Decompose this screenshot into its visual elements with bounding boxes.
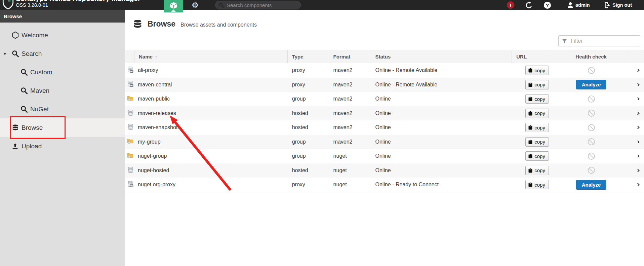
table-row[interactable]: my-group group maven2 Online copy — [125, 135, 644, 149]
sidebar-item-welcome[interactable]: ▼ Welcome — [0, 26, 125, 44]
copy-url-button[interactable]: copy — [525, 123, 549, 132]
main-content: Browse Browse assets and components Name… — [125, 10, 644, 266]
repo-group-icon — [127, 95, 133, 103]
column-format[interactable]: Format — [329, 50, 371, 63]
analyze-button[interactable]: Analyze — [576, 180, 607, 190]
search-components-input[interactable] — [226, 2, 293, 8]
filter-box[interactable] — [558, 35, 640, 46]
sidebar-item-custom[interactable]: ▼ Custom — [0, 63, 125, 81]
sort-ascending-icon: ↑ — [155, 54, 158, 60]
repository-format: nuget — [329, 167, 371, 174]
chevron-right-icon[interactable] — [636, 112, 639, 115]
hexagon-icon — [11, 31, 19, 40]
filter-input[interactable] — [570, 38, 634, 44]
copy-url-button[interactable]: copy — [525, 109, 549, 118]
chevron-right-icon[interactable] — [636, 155, 639, 157]
table-row[interactable]: nuget.org-proxy proxy nuget Online - Rea… — [125, 178, 644, 192]
table-row[interactable]: nuget-hosted hosted nuget Online copy — [125, 163, 644, 178]
sonatype-shield-logo-icon — [2, 0, 14, 11]
chevron-right-icon[interactable] — [636, 69, 639, 72]
clipboard-icon — [528, 182, 532, 187]
table-row[interactable]: maven-snapshots hosted maven2 Online cop… — [125, 120, 644, 135]
caret-down-icon[interactable]: ▼ — [3, 52, 7, 56]
repository-status: Online - Remote Available — [371, 82, 512, 88]
column-icon — [125, 50, 134, 63]
browse-mode-tab[interactable] — [164, 0, 183, 12]
column-status[interactable]: Status — [371, 50, 512, 63]
table-row[interactable]: maven-releases hosted maven2 Online copy — [125, 106, 644, 121]
copy-url-button[interactable]: copy — [525, 66, 549, 75]
repo-proxy-icon — [127, 80, 133, 89]
sidebar-item-upload[interactable]: ▼ Upload — [0, 137, 125, 155]
analyze-button[interactable]: Analyze — [576, 80, 607, 89]
repository-format: maven2 — [329, 110, 371, 116]
column-name[interactable]: Name ↑ — [134, 50, 288, 63]
repository-type: proxy — [288, 182, 329, 188]
clipboard-icon — [528, 154, 532, 158]
repository-type: hosted — [288, 110, 329, 116]
sidebar-item-nuget[interactable]: ▼ NuGet — [0, 100, 125, 118]
repo-hosted-icon — [128, 166, 133, 175]
table-header: Name ↑ Type Format Status URL Health che… — [125, 50, 644, 63]
chevron-right-icon[interactable] — [636, 83, 639, 86]
prohibited-icon — [588, 167, 595, 174]
chevron-right-icon[interactable] — [636, 141, 639, 143]
refresh-icon[interactable] — [525, 0, 533, 10]
health-check-cell — [551, 110, 631, 117]
sidebar: Browse ▼ Welcome ▼ Search ▼ Custom ▼ Mav… — [0, 10, 125, 266]
filter-funnel-icon — [562, 38, 567, 44]
repositories-table: Name ↑ Type Format Status URL Health che… — [125, 50, 644, 192]
table-row[interactable]: ali-proxy proxy maven2 Online - Remote A… — [125, 63, 644, 78]
column-health-check[interactable]: Health check — [551, 50, 631, 63]
health-check-cell: Analyze — [551, 80, 631, 89]
repository-type: hosted — [288, 124, 329, 130]
help-icon[interactable]: ? — [544, 0, 551, 10]
clipboard-icon — [528, 97, 532, 101]
copy-url-button[interactable]: copy — [525, 94, 549, 104]
chevron-right-icon[interactable] — [636, 98, 639, 100]
current-user-label[interactable]: admin — [575, 0, 590, 10]
copy-url-button[interactable]: copy — [525, 151, 549, 161]
column-url[interactable]: URL — [512, 50, 551, 63]
repository-name: nuget.org-proxy — [134, 182, 288, 188]
chevron-right-icon[interactable] — [636, 126, 639, 129]
search-icon — [19, 105, 28, 114]
repo-proxy-icon — [127, 66, 133, 75]
app-version: OSS 3.28.0-01 — [16, 2, 48, 8]
table-row[interactable]: maven-central proxy maven2 Online - Remo… — [125, 78, 644, 92]
clipboard-icon — [528, 68, 532, 73]
copy-url-button[interactable]: copy — [525, 137, 549, 147]
clipboard-icon — [528, 125, 532, 130]
health-alert-badge[interactable]: ! — [507, 0, 514, 10]
user-icon[interactable] — [567, 0, 574, 10]
repository-format: nuget — [329, 153, 371, 159]
copy-url-button[interactable]: copy — [525, 180, 549, 189]
column-type[interactable]: Type — [288, 50, 329, 63]
sidebar-item-browse[interactable]: ▼ Browse — [0, 118, 125, 137]
clipboard-icon — [528, 168, 532, 173]
prohibited-icon — [588, 153, 595, 160]
gear-icon[interactable]: ⚙ — [192, 0, 199, 10]
table-row[interactable]: maven-public group maven2 Online copy — [125, 92, 644, 106]
sidebar-item-maven[interactable]: ▼ Maven — [0, 81, 125, 100]
repository-status: Online — [371, 153, 512, 159]
prohibited-icon — [588, 124, 595, 131]
repository-name: my-group — [134, 139, 288, 145]
clipboard-icon — [528, 82, 532, 87]
sidebar-item-search[interactable]: ▼ Search — [0, 44, 125, 63]
copy-url-button[interactable]: copy — [525, 166, 549, 175]
sign-out-icon[interactable] — [604, 0, 611, 10]
sign-out-label[interactable]: Sign out — [612, 0, 632, 10]
copy-url-button[interactable]: copy — [525, 80, 549, 89]
chevron-right-icon[interactable] — [636, 183, 639, 186]
repository-format: maven2 — [329, 96, 371, 102]
prohibited-icon — [588, 138, 595, 145]
search-icon — [219, 3, 224, 8]
repository-status: Online - Remote Available — [371, 67, 512, 73]
health-check-cell — [551, 67, 631, 74]
global-search[interactable] — [215, 1, 301, 9]
health-check-cell — [551, 96, 631, 103]
repository-format: maven2 — [329, 139, 371, 145]
table-row[interactable]: nuget-group group nuget Online copy — [125, 149, 644, 163]
chevron-right-icon[interactable] — [636, 169, 639, 172]
